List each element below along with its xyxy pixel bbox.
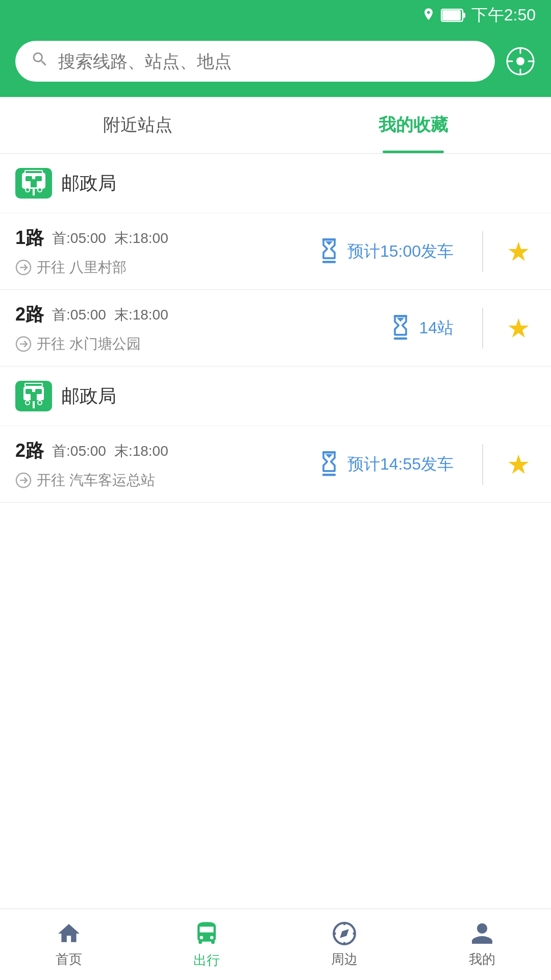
route-item-1-1: 1路 首:05:00 末:18:00 开往 八里村部 预计15:00发车 xyxy=(0,213,551,290)
svg-rect-34 xyxy=(33,401,35,408)
nav-label-travel: 出行 xyxy=(193,951,220,969)
star-button-1-1[interactable]: ★ xyxy=(502,236,536,267)
svg-marker-39 xyxy=(340,929,349,938)
tab-nearby[interactable]: 附近站点 xyxy=(0,97,276,153)
svg-point-33 xyxy=(38,401,41,404)
station-header-1: 邮政局 xyxy=(0,154,551,213)
svg-point-31 xyxy=(26,401,29,404)
nav-item-home[interactable]: 首页 xyxy=(0,916,138,973)
nav-item-nearby[interactable]: 周边 xyxy=(276,916,413,973)
nav-label-nearby: 周边 xyxy=(331,950,358,968)
divider-1-2 xyxy=(482,308,483,349)
svg-rect-29 xyxy=(31,392,37,400)
station-header-2: 邮政局 xyxy=(0,366,551,426)
svg-rect-23 xyxy=(26,171,42,173)
divider-2-1 xyxy=(482,444,483,485)
route-firsttime-1-2: 首:05:00 xyxy=(52,305,106,325)
route-lasttime-1-2: 末:18:00 xyxy=(114,305,168,325)
star-button-2-1[interactable]: ★ xyxy=(502,449,536,480)
nav-item-mine[interactable]: 我的 xyxy=(413,916,551,973)
route-firsttime-2-1: 首:05:00 xyxy=(52,442,106,461)
nav-label-mine: 我的 xyxy=(469,950,495,968)
route-direction-1-2: 开往 水门塘公园 xyxy=(15,334,369,354)
svg-rect-21 xyxy=(33,188,35,195)
route-firsttime-1-1: 首:05:00 xyxy=(52,229,106,248)
route-direction-text-1-2: 开往 水门塘公园 xyxy=(37,334,141,354)
home-icon xyxy=(56,921,82,946)
arrival-text-2-1: 预计14:55发车 xyxy=(347,453,454,476)
route-number-1-1: 1路 xyxy=(15,226,44,251)
arrival-section-2-1: 预计14:55发车 xyxy=(308,450,464,479)
route-lasttime-1-1: 末:18:00 xyxy=(114,229,168,248)
station-icon-2 xyxy=(15,381,52,411)
route-top-2-1: 2路 首:05:00 末:18:00 xyxy=(15,438,297,463)
battery-icon xyxy=(441,9,466,22)
route-item-1-2: 2路 首:05:00 末:18:00 开往 水门塘公园 14站 ★ xyxy=(0,290,551,366)
user-icon xyxy=(469,921,495,946)
search-bar[interactable] xyxy=(15,41,495,82)
hourglass-icon-1-2 xyxy=(389,314,412,342)
route-direction-1-1: 开往 八里村部 xyxy=(15,258,297,277)
status-bar: 下午2:50 xyxy=(0,0,551,31)
svg-point-4 xyxy=(516,57,524,65)
route-top-1-2: 2路 首:05:00 末:18:00 xyxy=(15,302,369,327)
bottom-nav: 首页 出行 周边 我的 xyxy=(0,909,551,980)
arrival-text-1-1: 预计15:00发车 xyxy=(347,240,454,263)
svg-rect-1 xyxy=(463,13,465,18)
route-info-2-1: 2路 首:05:00 末:18:00 开往 汽车客运总站 xyxy=(15,438,297,490)
route-item-2-1: 2路 首:05:00 末:18:00 开往 汽车客运总站 预计14:55发车 xyxy=(0,426,551,503)
location-button[interactable] xyxy=(505,46,536,77)
star-button-1-2[interactable]: ★ xyxy=(502,313,536,344)
svg-rect-2 xyxy=(442,10,461,20)
route-direction-text-1-1: 开往 八里村部 xyxy=(37,258,127,277)
route-lasttime-2-1: 末:18:00 xyxy=(114,442,168,461)
arrival-text-1-2: 14站 xyxy=(419,317,454,339)
route-top-1-1: 1路 首:05:00 末:18:00 xyxy=(15,226,297,251)
content: 邮政局 1路 首:05:00 末:18:00 开往 八里村部 xyxy=(0,154,551,503)
arrival-section-1-2: 14站 xyxy=(379,314,464,342)
svg-point-18 xyxy=(26,188,29,191)
route-direction-text-2-1: 开往 汽车客运总站 xyxy=(37,471,155,490)
header xyxy=(0,31,551,97)
svg-rect-16 xyxy=(31,179,37,187)
route-info-1-2: 2路 首:05:00 末:18:00 开往 水门塘公园 xyxy=(15,302,369,354)
nav-label-home: 首页 xyxy=(56,950,82,968)
bus-icon xyxy=(193,920,220,947)
route-number-2-1: 2路 xyxy=(15,438,44,463)
hourglass-icon-2-1 xyxy=(318,450,340,479)
svg-rect-36 xyxy=(26,384,42,386)
station-name-2: 邮政局 xyxy=(61,384,116,409)
search-icon xyxy=(31,50,49,72)
route-info-1-1: 1路 首:05:00 末:18:00 开往 八里村部 xyxy=(15,226,297,277)
hourglass-icon-1-1 xyxy=(318,237,340,266)
search-input[interactable] xyxy=(58,52,480,71)
route-direction-2-1: 开往 汽车客运总站 xyxy=(15,471,297,490)
station-name-1: 邮政局 xyxy=(61,171,116,196)
status-time: 下午2:50 xyxy=(471,4,536,27)
svg-point-20 xyxy=(38,188,41,191)
route-number-1-2: 2路 xyxy=(15,302,44,327)
nav-item-travel[interactable]: 出行 xyxy=(138,915,276,974)
compass-icon xyxy=(332,921,357,946)
station-icon-1 xyxy=(15,168,52,199)
tab-favorites[interactable]: 我的收藏 xyxy=(276,97,551,153)
divider-1-1 xyxy=(482,231,483,272)
arrival-section-1-1: 预计15:00发车 xyxy=(308,237,464,266)
tabs: 附近站点 我的收藏 xyxy=(0,97,551,154)
location-status-icon xyxy=(421,7,436,23)
status-icons: 下午2:50 xyxy=(421,4,536,27)
